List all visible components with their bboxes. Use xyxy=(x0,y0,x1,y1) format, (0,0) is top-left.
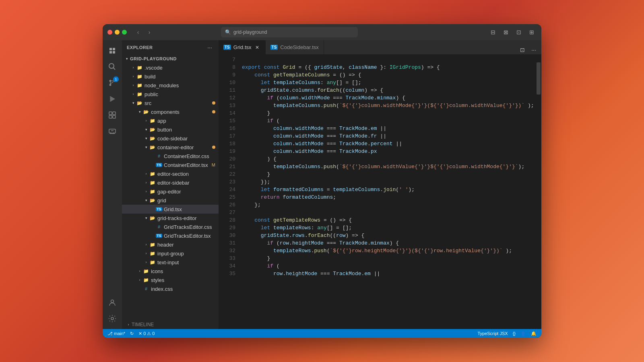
close-button[interactable] xyxy=(107,30,112,35)
folder-label: editor-section xyxy=(157,171,189,177)
code-line-27 xyxy=(239,209,536,216)
code-line-32: templateRows.push(`${'{'}row.heightMode{… xyxy=(239,247,536,255)
tree-item-node-modules[interactable]: › 📁 node_modules xyxy=(122,81,219,90)
tree-item-vscode[interactable]: › 📁 .vscode xyxy=(122,63,219,72)
split-editor-button[interactable]: ⊡ xyxy=(518,45,527,54)
chevron-right-icon: › xyxy=(143,171,149,177)
scrollbar-track[interactable] xyxy=(536,54,541,329)
tab-codesidebar-tsx[interactable]: TS CodeSidebar.tsx xyxy=(266,40,324,54)
status-source-control[interactable]: ⎇ main* xyxy=(106,329,127,338)
activity-source-control[interactable]: 1 xyxy=(105,76,120,90)
status-account-icon[interactable]: 👤 xyxy=(519,329,528,338)
tree-item-editor-section[interactable]: › 📁 editor-section xyxy=(122,169,219,178)
tree-item-code-sidebar[interactable]: ▾ 📂 code-sidebar xyxy=(122,134,219,143)
status-notifications[interactable]: 🔔 xyxy=(529,329,538,338)
code-line-22: } xyxy=(239,171,536,178)
activity-search[interactable] xyxy=(105,60,120,74)
minimize-button[interactable] xyxy=(115,30,120,35)
folder-open-icon: 📂 xyxy=(136,100,143,106)
folder-open-icon: 📂 xyxy=(149,215,156,221)
chevron-right-icon: › xyxy=(136,268,143,274)
chevron-right-icon: › xyxy=(125,321,132,328)
line-numbers: 7 8 9 10 11 12 13 14 15 16 17 18 19 20 2… xyxy=(219,54,239,329)
tree-item-gap-editor[interactable]: › 📁 gap-editor xyxy=(122,187,219,196)
svg-rect-8 xyxy=(109,115,112,118)
sync-icon: ↻ xyxy=(130,331,134,336)
modified-dot xyxy=(212,101,215,105)
tab-close-button[interactable]: ✕ xyxy=(254,44,260,51)
tree-item-components[interactable]: ▾ 📂 components xyxy=(122,107,219,116)
panel-toggle-icon[interactable]: ⊠ xyxy=(501,27,511,37)
status-errors[interactable]: ✕ 0 ⚠ 0 xyxy=(137,329,156,338)
code-content[interactable]: export const Grid = ({ gridState, classN… xyxy=(239,54,536,329)
folder-label: header xyxy=(157,242,173,248)
tree-item-containereditor-tsx[interactable]: TS ContainerEditor.tsx M xyxy=(122,160,219,169)
code-line-28: const getTemplateRows = () => { xyxy=(239,216,536,224)
status-cursor-format[interactable]: {} xyxy=(511,329,517,338)
svg-line-1 xyxy=(114,68,116,70)
tree-item-gridtracks-css[interactable]: # GridTracksEditor.css xyxy=(122,222,219,231)
tree-item-grid-tracks[interactable]: ▾ 📂 grid-tracks-editor xyxy=(122,214,219,222)
tree-item-containereditor-css[interactable]: # ContainerEditor.css xyxy=(122,152,219,160)
forward-button[interactable]: › xyxy=(144,27,154,37)
tree-item-grid[interactable]: ▾ 📂 grid xyxy=(122,196,219,205)
code-line-23: }); xyxy=(239,178,536,186)
folder-open-icon: 📂 xyxy=(149,126,156,133)
svg-rect-9 xyxy=(113,115,116,118)
tree-item-grid-tsx[interactable]: TS Grid.tsx xyxy=(122,205,219,214)
customize-icon[interactable]: ⊞ xyxy=(527,27,537,37)
maximize-button[interactable] xyxy=(122,30,127,35)
tree-root-folder[interactable]: ▾ GRID-PLAYGROUND xyxy=(122,54,219,63)
tree-item-app[interactable]: › 📁 app xyxy=(122,116,219,125)
sidebar-toggle-icon[interactable]: ⊟ xyxy=(488,27,498,37)
chevron-down-icon: ▾ xyxy=(143,197,149,204)
folder-label: grid-tracks-editor xyxy=(157,215,197,221)
scrollbar-thumb[interactable] xyxy=(537,62,541,95)
tree-item-src[interactable]: ▾ 📂 src xyxy=(122,99,219,107)
tree-item-public[interactable]: › 📁 public xyxy=(122,90,219,99)
activity-settings[interactable] xyxy=(105,311,120,326)
code-line-19: column.widthMode === TrackMode.px xyxy=(239,148,536,155)
code-editor: 7 8 9 10 11 12 13 14 15 16 17 18 19 20 2… xyxy=(219,54,541,329)
nav-buttons: ‹ › xyxy=(133,27,154,37)
activity-extensions[interactable] xyxy=(105,108,120,122)
ts-icon: TS xyxy=(223,45,231,50)
chevron-right-icon: › xyxy=(130,64,136,71)
tree-item-container-editor[interactable]: ▾ 📂 container-editor xyxy=(122,143,219,152)
folder-icon: 📁 xyxy=(136,73,143,80)
tree-item-text-input[interactable]: › 📁 text-input xyxy=(122,258,219,267)
code-line-33: } xyxy=(239,255,536,262)
tree-item-icons[interactable]: › 📁 icons xyxy=(122,267,219,276)
chevron-right-icon: › xyxy=(130,73,136,80)
more-actions-button[interactable]: ··· xyxy=(529,45,538,54)
tree-item-header[interactable]: › 📁 header xyxy=(122,240,219,249)
search-bar[interactable]: 🔍 grid-playground xyxy=(221,27,358,37)
chevron-right-icon: › xyxy=(136,277,143,283)
tree-item-editor-sidebar[interactable]: › 📁 editor-sidebar xyxy=(122,178,219,187)
warning-icon: ⚠ xyxy=(147,331,151,336)
spacer xyxy=(149,153,156,159)
layout-icon[interactable]: ⊡ xyxy=(514,27,524,37)
code-line-15: if ( xyxy=(239,117,536,125)
ts-file-icon: TS xyxy=(156,162,162,168)
file-label: GridTracksEditor.css xyxy=(164,224,212,230)
tab-grid-tsx[interactable]: TS Grid.tsx ✕ xyxy=(219,40,266,54)
tree-item-index-css[interactable]: # index.css xyxy=(122,284,219,293)
activity-run[interactable] xyxy=(105,92,120,106)
folder-label: public xyxy=(144,91,158,97)
tree-item-styles[interactable]: › 📁 styles xyxy=(122,276,219,284)
tree-item-gridtracks-tsx[interactable]: TS GridTracksEditor.tsx xyxy=(122,231,219,240)
ts-file-icon: TS xyxy=(156,206,162,212)
tree-item-button[interactable]: ▾ 📂 button xyxy=(122,125,219,134)
activity-account[interactable] xyxy=(105,295,120,310)
sidebar-more-button[interactable]: ··· xyxy=(206,43,214,51)
tree-item-build[interactable]: › 📁 build xyxy=(122,72,219,81)
activity-remote[interactable] xyxy=(105,124,120,138)
sidebar-timeline[interactable]: › TIMELINE xyxy=(122,320,219,329)
status-language[interactable]: TypeScript JSX xyxy=(476,329,509,338)
back-button[interactable]: ‹ xyxy=(133,27,143,37)
folder-icon: 📁 xyxy=(149,241,156,248)
status-sync[interactable]: ↻ xyxy=(128,329,135,338)
tree-item-input-group[interactable]: › 📁 input-group xyxy=(122,249,219,258)
activity-explorer[interactable] xyxy=(105,43,120,58)
